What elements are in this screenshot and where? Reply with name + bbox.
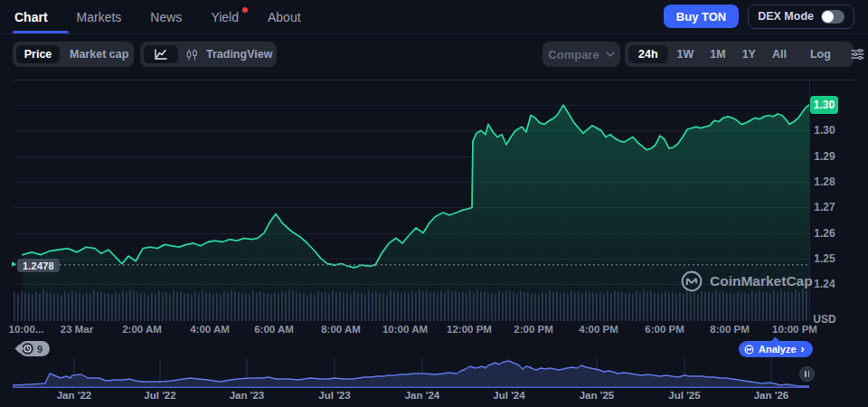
timeline-minimap[interactable] — [13, 358, 809, 388]
dex-mode-switch[interactable] — [821, 10, 844, 24]
dex-mode-label: DEX Mode — [758, 10, 814, 23]
tab-yield[interactable]: Yield — [209, 10, 241, 24]
y-tick-label: 1.30 — [805, 124, 844, 137]
chart-settings-button[interactable] — [847, 45, 868, 63]
timeline-tick-label: Jan '23 — [220, 390, 274, 401]
range-1w-button[interactable]: 1W — [670, 45, 702, 63]
x-tick-label: 4:00 PM — [567, 324, 630, 335]
x-tick-label: 6:00 AM — [242, 324, 306, 335]
y-tick-label: 1.27 — [805, 201, 844, 213]
chart-type-toggle: TradingView — [140, 42, 277, 67]
metric-toggle: Price Market cap — [13, 42, 134, 67]
notification-dot-icon — [242, 7, 248, 13]
history-count: 9 — [37, 344, 42, 355]
timeline-tick-label: Jan '25 — [570, 390, 624, 401]
range-selector: 24h 1W 1M 1Y All Log — [625, 42, 854, 67]
y-tick-label: 1.29 — [805, 150, 844, 163]
analyze-cmc-icon — [744, 345, 754, 355]
x-tick-label: 2:00 AM — [110, 324, 174, 335]
range-all-button[interactable]: All — [765, 45, 794, 63]
timeline-tick-label: Jul '22 — [133, 390, 187, 401]
analyze-button[interactable]: Analyze › — [739, 341, 813, 357]
buy-ton-button[interactable]: Buy TON — [664, 5, 739, 28]
sliders-icon — [851, 49, 864, 60]
timeline-range-handle[interactable] — [799, 366, 815, 382]
top-nav-bar: Chart Markets News Yield About Buy TON D… — [0, 0, 868, 34]
timeline-tick-label: Jul '23 — [307, 390, 362, 401]
coinmarketcap-watermark: CoinMarketCap — [680, 270, 813, 293]
log-scale-button[interactable]: Log — [803, 45, 838, 63]
y-tick-label: 1.25 — [805, 252, 844, 265]
line-chart-type-button[interactable] — [144, 45, 178, 63]
timeline-tick-label: Jul '24 — [482, 390, 536, 401]
analyze-label: Analyze — [759, 344, 797, 355]
compare-label: Compare — [548, 48, 599, 62]
timeline-tick-label: Jan '24 — [395, 390, 449, 401]
timeline-tick-label: Jan '22 — [47, 390, 101, 401]
tab-yield-label: Yield — [211, 10, 239, 24]
nav-tabs: Chart Markets News Yield About — [13, 0, 303, 33]
tab-news[interactable]: News — [148, 10, 184, 24]
tab-chart[interactable]: Chart — [13, 10, 50, 24]
range-1m-button[interactable]: 1M — [703, 45, 732, 63]
range-24h-button[interactable]: 24h — [628, 45, 668, 63]
metric-price-button[interactable]: Price — [16, 45, 60, 63]
range-1y-button[interactable]: 1Y — [735, 45, 763, 63]
timeline-tick-label: Jan '26 — [744, 390, 798, 401]
open-price-marker-icon — [12, 261, 16, 267]
chevron-down-icon — [606, 52, 615, 57]
y-tick-label: 1.26 — [805, 227, 844, 240]
x-tick-label: 2:00 PM — [502, 324, 565, 335]
timeline-labels: Jan '22Jul '22Jan '23Jul '23Jan '24Jul '… — [0, 390, 868, 403]
open-price-label: 1.2478 — [17, 259, 60, 272]
history-clock-icon — [22, 343, 33, 355]
x-axis-labels: 10:00...23 Mar2:00 AM4:00 AM6:00 AM8:00 … — [0, 324, 868, 337]
compare-dropdown[interactable]: Compare — [542, 42, 620, 67]
coinmarketcap-logo-icon — [680, 270, 703, 293]
open-price-dotted-line — [14, 264, 809, 266]
y-tick-label: 1.28 — [805, 175, 844, 188]
x-tick-label: 4:00 AM — [178, 324, 241, 335]
watermark-text: CoinMarketCap — [710, 273, 813, 289]
x-tick-label: 10:00 AM — [373, 324, 437, 335]
x-tick-label: 8:00 PM — [698, 324, 761, 335]
x-tick-label: 8:00 AM — [309, 324, 373, 335]
chevron-right-icon: › — [801, 344, 805, 355]
tab-markets[interactable]: Markets — [75, 10, 124, 24]
dex-mode-toggle-group[interactable]: DEX Mode — [748, 5, 854, 29]
x-tick-label: 23 Mar — [45, 324, 108, 335]
current-price-badge: 1.30 — [810, 96, 838, 114]
timeline-tick-label: Jul '25 — [657, 390, 712, 401]
tradingview-label[interactable]: TradingView — [206, 48, 272, 61]
x-tick-label: 12:00 PM — [438, 324, 501, 335]
candlestick-chart-icon[interactable] — [186, 49, 198, 61]
x-tick-label: 6:00 PM — [633, 324, 696, 335]
x-tick-label: 10:00 PM — [763, 324, 826, 335]
history-badge[interactable]: 9 — [19, 341, 50, 356]
line-chart-icon — [155, 49, 167, 60]
toggle-knob — [822, 11, 834, 23]
timeline-baseline — [13, 387, 809, 388]
tab-about[interactable]: About — [266, 10, 303, 24]
metric-marketcap-button[interactable]: Market cap — [70, 48, 128, 61]
active-tab-underline — [13, 31, 69, 33]
